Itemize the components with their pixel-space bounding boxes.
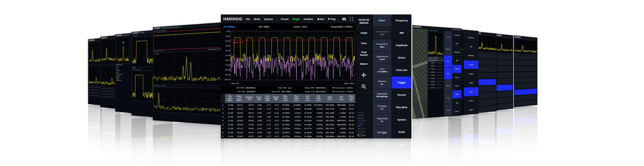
tool-button-marker[interactable]: Marker: [356, 59, 372, 69]
menu-trigger[interactable]: Trigger: [392, 76, 411, 89]
menu-demod[interactable]: Demod: [452, 65, 461, 74]
pan-tool-button[interactable]: [356, 69, 372, 81]
setting-return[interactable]: Return: [373, 14, 392, 27]
table-row[interactable]: 1-11.94-52.1740.24-0.021.770.1410.393n13…: [221, 103, 355, 107]
setting-manual[interactable]: Manual: [444, 43, 452, 55]
table-cell: -52.17: [235, 103, 244, 107]
setting-pretrigger[interactable]: PreTrigger0s: [373, 102, 392, 114]
tool-button-peaksearch[interactable]: Peak Search: [356, 49, 372, 59]
menu-record[interactable]: Record: [392, 89, 411, 101]
menu-auxs[interactable]: AUXS: [464, 105, 478, 115]
frequency-row[interactable]: 42.15GHz: [428, 71, 444, 74]
active-menu-button[interactable]: [514, 89, 537, 95]
menu-demod[interactable]: Demod: [464, 60, 478, 70]
setting-level[interactable]: Level-17.76dBm: [373, 64, 392, 76]
table-row[interactable]: 9-11.93-52.6940.76-0.031.720.1210.375n8.…: [221, 135, 355, 138]
menu-trigger[interactable]: Trigger: [464, 78, 478, 87]
active-menu-button[interactable]: [495, 85, 513, 91]
menu-sweep[interactable]: Sweep: [452, 73, 461, 82]
menu-button[interactable]: [495, 66, 513, 72]
menu-system[interactable]: System: [452, 107, 461, 116]
camera-icon[interactable]: [342, 17, 346, 21]
tool-button-graph[interactable]: Graph: [356, 28, 372, 38]
menu-amplitude[interactable]: Amplitude: [392, 39, 411, 52]
table-row[interactable]: 3-11.93-52.0640.13-0.071.760.1510.308n2.…: [221, 111, 355, 115]
menu-display[interactable]: Display: [464, 69, 478, 79]
menu-button[interactable]: [495, 103, 513, 110]
menu-item-system[interactable]: System: [264, 18, 273, 21]
menu-frequency[interactable]: Frequency: [464, 33, 478, 43]
menu-button[interactable]: [514, 60, 537, 65]
plot-area[interactable]: [231, 31, 355, 80]
frequency-row[interactable]: 92.15GHz: [428, 86, 444, 90]
menu-button[interactable]: [514, 83, 537, 89]
frequency-row[interactable]: 32.15GHz: [428, 68, 444, 71]
settings-buttons: ReturnManualAutoSelectMethodMapCoords: [444, 30, 452, 117]
frequency-row[interactable]: 12.15GHz: [428, 62, 444, 65]
menu-button[interactable]: [514, 54, 537, 60]
table-row[interactable]: 6-11.93-53.0241.09-0.031.760.1210.342n5.…: [221, 123, 355, 126]
setting-return[interactable]: Return: [444, 31, 452, 43]
menu-button[interactable]: [495, 60, 513, 65]
setting-coords[interactable]: Coords: [444, 104, 452, 116]
table-row[interactable]: 7-11.93-52.1240.20-0.031.760.1410.326n6.…: [221, 127, 355, 131]
menu-item-single[interactable]: Single: [292, 18, 300, 21]
menu-button[interactable]: [495, 53, 513, 59]
setting-previewtime[interactable]: PreviewTime10us: [373, 39, 392, 51]
menu-button[interactable]: [495, 79, 513, 84]
menu-item-continu[interactable]: Continu.: [303, 18, 313, 21]
menu-button[interactable]: [514, 72, 537, 77]
map-view[interactable]: [412, 28, 428, 119]
menu-map[interactable]: Map: [452, 98, 461, 107]
menu-button[interactable]: [514, 77, 537, 83]
zoom-in-button[interactable]: [356, 81, 372, 93]
frequency-row[interactable]: 22.15GHz: [428, 65, 444, 68]
menu-bw[interactable]: BW: [464, 42, 478, 52]
menu-button[interactable]: [495, 72, 513, 78]
menu-meas[interactable]: Meas: [464, 87, 478, 97]
menu-system[interactable]: System: [392, 114, 411, 126]
setting-previewpoints[interactable]: PreviewPoints1251: [373, 27, 392, 39]
menu-amplitude[interactable]: Amplitude: [452, 48, 461, 56]
setting-triggersource[interactable]: TriggerSourceLevel: [373, 52, 392, 64]
menu-meas[interactable]: Meas: [452, 90, 461, 99]
setting-triggeredge[interactable]: TriggerEdgeRisingEdge: [373, 89, 392, 101]
table-row[interactable]: 8-11.93-52.3540.41-0.041.800.1010.287n7.…: [221, 131, 355, 134]
setting-triggerdelay[interactable]: TriggerDelay0s: [373, 114, 392, 126]
fullscreen-icon[interactable]: [349, 17, 353, 21]
menu-item-file[interactable]: File: [246, 18, 250, 21]
setting-safetime[interactable]: SafeTime0s: [373, 76, 392, 89]
battery-percent: 3%: [363, 134, 366, 137]
menu-pulsedet[interactable]: Pulse Det: [392, 64, 411, 76]
tool-button-trace[interactable]: Trace: [356, 38, 372, 49]
menu-bw[interactable]: BW: [452, 56, 461, 65]
table-row[interactable]: 4-11.93-52.5040.57-0.061.800.1310.182n3.…: [221, 115, 355, 118]
menu-frequency[interactable]: Frequency: [392, 14, 411, 27]
table-row[interactable]: 2-11.93-52.3540.41-0.051.790.1110.320n1.…: [221, 107, 355, 111]
menu-item-play[interactable]: Play: [328, 18, 336, 21]
menu-item-mode[interactable]: Mode: [254, 18, 261, 21]
setting-method[interactable]: Method: [444, 80, 452, 92]
menu-amplitude[interactable]: Amplitude: [464, 51, 478, 61]
menu-auxs[interactable]: AUXS: [392, 126, 411, 138]
menu-item-rec[interactable]: Rec: [318, 18, 324, 21]
setting-select[interactable]: Select: [444, 68, 452, 80]
menu-frequency[interactable]: Frequency: [452, 31, 461, 40]
menu-button[interactable]: [514, 100, 537, 107]
menu-detect[interactable]: Detect: [452, 82, 461, 91]
menu-span[interactable]: Span: [452, 40, 461, 49]
menu-item-preset[interactable]: Preset: [281, 18, 289, 21]
menu-playback[interactable]: Play Back: [392, 101, 411, 114]
menu-button[interactable]: [495, 97, 513, 104]
setting-retrigger[interactable]: ReTrigger: [373, 126, 392, 138]
menu-system[interactable]: System: [464, 96, 478, 106]
menu-button[interactable]: [495, 91, 513, 97]
menu-detect[interactable]: Detect: [392, 52, 411, 64]
menu-button[interactable]: [514, 66, 537, 71]
frequency-value: 2.15GHz: [430, 62, 435, 64]
frequency-row[interactable]: 52.15GHz: [428, 74, 444, 77]
menu-bw[interactable]: BW: [392, 27, 411, 39]
table-row[interactable]: 5-11.92-52.6040.68-0.031.720.1210.469n4.…: [221, 119, 355, 123]
setting-map[interactable]: Map: [444, 92, 452, 104]
setting-auto[interactable]: Auto: [444, 55, 452, 67]
